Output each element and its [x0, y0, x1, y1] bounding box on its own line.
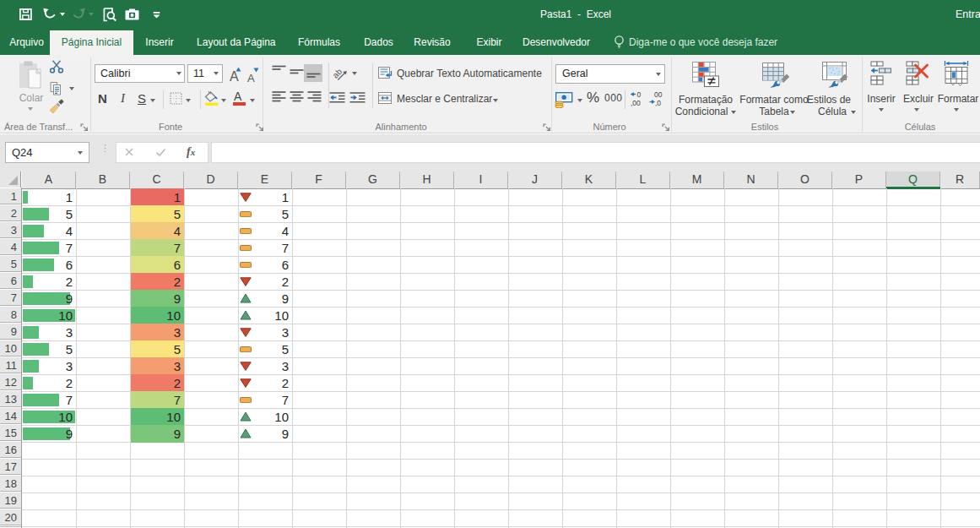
svg-text:,00: ,00: [631, 99, 641, 107]
svg-text:0: 0: [637, 90, 642, 99]
svg-text:ab: ab: [331, 67, 344, 80]
svg-text:00: 00: [654, 90, 663, 99]
svg-text:,0: ,0: [655, 99, 661, 107]
